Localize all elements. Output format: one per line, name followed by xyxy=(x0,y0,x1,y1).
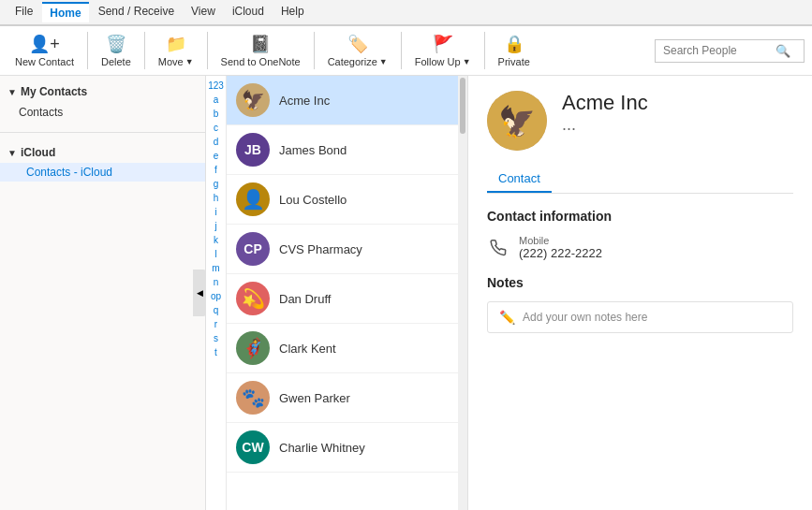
contact-avatar-james: JB xyxy=(236,133,270,167)
alpha-m[interactable]: m xyxy=(212,262,219,275)
contact-avatar-clark: 🦸 xyxy=(236,331,270,365)
contact-list-area: 123 a b c d e f g h i j k l m n op q r s… xyxy=(206,76,468,510)
icloud-section: ▼ iCloud Contacts - iCloud xyxy=(0,137,205,187)
move-arrow-icon: ▼ xyxy=(185,57,194,66)
contact-name-acme: Acme Inc xyxy=(279,94,330,108)
alpha-e[interactable]: e xyxy=(214,150,219,163)
private-icon: 🔒 xyxy=(504,34,524,54)
mobile-info-row: Mobile (222) 222-2222 xyxy=(487,235,793,260)
alpha-n[interactable]: n xyxy=(214,276,219,289)
alpha-k[interactable]: k xyxy=(214,234,218,247)
contact-item-lou[interactable]: 👤Lou Costello xyxy=(227,175,458,225)
ribbon: FileHomeSend / ReceiveViewiCloudHelp xyxy=(0,0,812,26)
alpha-d[interactable]: d xyxy=(214,136,219,149)
move-label: Move ▼ xyxy=(158,56,194,67)
contact-avatar-gwen: 🐾 xyxy=(236,381,270,415)
follow-up-arrow-icon: ▼ xyxy=(463,57,471,66)
contact-item-acme[interactable]: 🦅Acme Inc xyxy=(227,76,458,125)
contact-name-james: James Bond xyxy=(279,143,347,157)
contact-item-charlie[interactable]: CWCharlie Whitney xyxy=(227,423,458,473)
alpha-h[interactable]: h xyxy=(214,192,219,205)
alpha-r[interactable]: r xyxy=(214,318,217,331)
contact-name-clark: Clark Kent xyxy=(279,342,336,356)
mobile-label: Mobile xyxy=(519,235,602,246)
contact-item-clark[interactable]: 🦸Clark Kent xyxy=(227,324,458,373)
alpha-a[interactable]: a xyxy=(214,94,219,107)
contact-avatar-lou: 👤 xyxy=(236,182,270,216)
detail-avatar: 🦅 xyxy=(487,91,547,151)
mobile-value: (222) 222-2222 xyxy=(519,246,602,260)
menu-item-send_/_receive[interactable]: Send / Receive xyxy=(91,2,182,22)
icloud-header[interactable]: ▼ iCloud xyxy=(0,142,205,163)
follow-up-button[interactable]: 🚩 Follow Up ▼ xyxy=(407,30,479,71)
alpha-i[interactable]: i xyxy=(214,206,216,219)
detail-panel: 🦅 Acme Inc ··· Contact Contact informati… xyxy=(468,76,812,510)
alpha-index: 123 a b c d e f g h i j k l m n op q r s… xyxy=(206,76,227,510)
contact-avatar-charlie: CW xyxy=(236,430,270,464)
alpha-g[interactable]: g xyxy=(214,178,219,191)
contact-item-james[interactable]: JBJames Bond xyxy=(227,125,458,175)
svg-text:🦅: 🦅 xyxy=(498,104,536,139)
send-to-onenote-button[interactable]: 📓 Send to OneNote xyxy=(214,30,308,71)
alpha-j[interactable]: j xyxy=(214,220,216,233)
search-input[interactable] xyxy=(663,44,775,57)
onenote-icon: 📓 xyxy=(250,34,271,54)
move-button[interactable]: 📁 Move ▼ xyxy=(151,30,201,71)
delete-icon: 🗑️ xyxy=(106,34,126,54)
menu-item-help[interactable]: Help xyxy=(273,2,312,22)
separator-2 xyxy=(144,32,145,69)
alpha-b[interactable]: b xyxy=(214,108,219,121)
move-icon: 📁 xyxy=(166,34,186,54)
sidebar-collapse-button[interactable]: ◀ xyxy=(193,270,206,316)
alpha-l[interactable]: l xyxy=(214,248,216,261)
contact-list: 🦅Acme IncJBJames Bond👤Lou CostelloCPCVS … xyxy=(227,76,458,510)
alpha-op[interactable]: op xyxy=(211,290,221,303)
my-contacts-header[interactable]: ▼ My Contacts xyxy=(0,81,205,102)
my-contacts-label: My Contacts xyxy=(21,85,87,98)
icloud-label: iCloud xyxy=(21,146,55,159)
follow-up-label: Follow Up ▼ xyxy=(415,56,471,67)
alpha-q[interactable]: q xyxy=(214,304,219,317)
contact-item-dan[interactable]: 💫Dan Druff xyxy=(227,274,458,324)
new-contact-icon: 👤+ xyxy=(29,34,60,54)
sidebar-divider xyxy=(0,132,205,133)
menu-item-icloud[interactable]: iCloud xyxy=(225,2,272,22)
mobile-info-details: Mobile (222) 222-2222 xyxy=(519,235,602,260)
menu-item-view[interactable]: View xyxy=(184,2,223,22)
search-box[interactable]: 🔍 xyxy=(655,39,805,63)
tab-contact[interactable]: Contact xyxy=(487,166,552,193)
contact-avatar-dan: 💫 xyxy=(236,282,270,315)
alpha-123[interactable]: 123 xyxy=(208,80,224,93)
private-button[interactable]: 🔒 Private xyxy=(491,30,538,71)
notes-box[interactable]: ✏️ Add your own notes here xyxy=(487,301,793,333)
contact-item-gwen[interactable]: 🐾Gwen Parker xyxy=(227,373,458,423)
new-contact-button[interactable]: 👤+ New Contact xyxy=(7,30,81,71)
contact-name-lou: Lou Costello xyxy=(279,193,347,207)
categorize-button[interactable]: 🏷️ Categorize ▼ xyxy=(320,30,395,71)
notes-section-title: Notes xyxy=(487,275,793,290)
my-contacts-section: ▼ My Contacts Contacts xyxy=(0,76,205,128)
alpha-s[interactable]: s xyxy=(214,332,218,345)
private-label: Private xyxy=(498,56,530,67)
notes-placeholder: Add your own notes here xyxy=(523,311,647,324)
contact-name-cvs: CVS Pharmacy xyxy=(279,242,362,256)
sidebar-item-icloud-contacts[interactable]: Contacts - iCloud xyxy=(0,163,205,182)
alpha-f[interactable]: f xyxy=(214,164,217,177)
detail-more-options[interactable]: ··· xyxy=(562,119,793,138)
notes-section: Notes ✏️ Add your own notes here xyxy=(487,275,793,333)
menu-item-file[interactable]: File xyxy=(7,2,40,22)
delete-label: Delete xyxy=(101,56,131,67)
delete-button[interactable]: 🗑️ Delete xyxy=(94,30,139,71)
alpha-t[interactable]: t xyxy=(214,346,217,359)
contact-item-cvs[interactable]: CPCVS Pharmacy xyxy=(227,225,458,274)
contact-info-section-title: Contact information xyxy=(487,209,793,224)
edit-icon: ✏️ xyxy=(499,310,515,325)
scrollbar[interactable] xyxy=(458,76,467,510)
menu-item-home[interactable]: Home xyxy=(42,2,88,22)
sidebar: ▼ My Contacts Contacts ▼ iCloud Contacts… xyxy=(0,76,206,510)
menu-bar: FileHomeSend / ReceiveViewiCloudHelp xyxy=(0,0,812,25)
main-area: ▼ My Contacts Contacts ▼ iCloud Contacts… xyxy=(0,76,812,510)
sidebar-item-contacts[interactable]: Contacts xyxy=(0,102,205,123)
alpha-c[interactable]: c xyxy=(214,122,218,135)
contact-name-charlie: Charlie Whitney xyxy=(279,441,365,455)
